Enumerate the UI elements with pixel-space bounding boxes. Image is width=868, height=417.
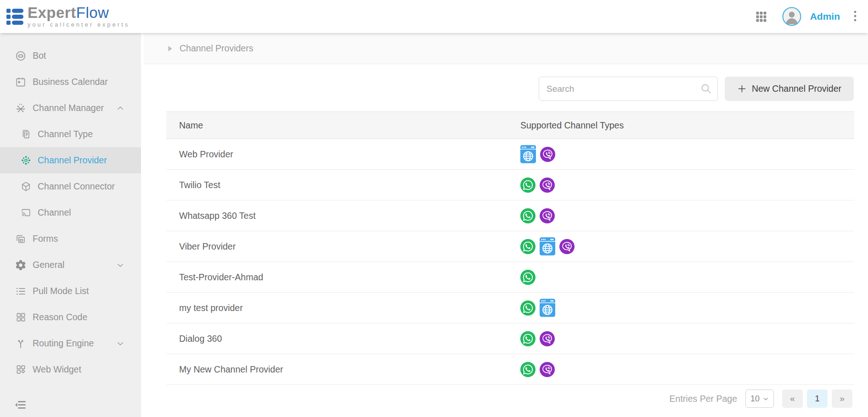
providers-table: Name Supported Channel Types Web Provide… [166,111,854,408]
sidebar-item-business-calendar[interactable]: Business Calendar [0,69,141,95]
user-avatar[interactable] [782,7,801,26]
bot-icon [15,50,27,62]
sidebar-item-label: Pull Mode List [33,286,89,296]
sidebar-item-web-widget[interactable]: Web Widget [0,356,141,383]
next-page-button[interactable]: » [832,389,852,408]
collapse-sidebar-icon[interactable] [14,398,27,411]
table-row[interactable]: Whatsapp 360 Test [166,200,854,231]
provider-name: my test provider [166,303,520,313]
gear-icon [15,259,27,271]
sidebar-item-general[interactable]: General [0,252,141,278]
user-name[interactable]: Admin [810,11,840,22]
table-row[interactable]: my test provider [166,293,854,323]
whatsapp-icon [520,300,535,316]
new-channel-provider-button[interactable]: New Channel Provider [725,77,854,101]
whatsapp-icon [520,208,535,223]
web-channel-icon [520,145,536,163]
web-channel-icon [540,237,555,256]
reason-code-icon [15,311,27,323]
page-size-select[interactable]: 10 [745,389,774,408]
provider-name: Dialog 360 [166,334,520,344]
table-row[interactable]: My New Channel Provider [166,354,854,385]
sidebar-item-reason-code[interactable]: Reason Code [0,304,141,330]
sidebar-item-label: Channel Provider [38,155,107,166]
channel-connector-icon [20,181,32,193]
sidebar-item-channel-provider[interactable]: Channel Provider [0,147,141,173]
table-row[interactable]: Dialog 360 [166,323,854,354]
table-row[interactable]: Twilio Test [166,170,854,200]
chevron-up-icon [116,104,124,112]
channel-manager-icon [15,102,27,114]
page-title: Channel Providers [180,43,253,54]
page-size-value: 10 [750,394,760,404]
column-header-name: Name [166,120,520,131]
sidebar-item-label: General [33,260,64,270]
page-1-button[interactable]: 1 [807,389,828,408]
plus-icon [737,84,747,94]
viber-icon [540,362,555,377]
expertflow-logo: ExpertFlow your callcenter experts [6,5,130,28]
channel-icons [520,208,854,223]
chevron-down-icon [116,261,124,269]
pagination-bar: Entries Per Page 10 « 1 » [166,389,854,408]
whatsapp-icon [520,331,535,346]
sidebar-item-channel[interactable]: Channel [0,200,141,226]
sidebar-item-label: Web Widget [33,364,81,375]
search-input[interactable] [539,77,718,101]
sidebar-item-label: Forms [33,234,58,244]
channel-icons [520,270,854,285]
channel-icons [520,145,854,163]
sidebar-item-label: Channel Type [38,129,93,139]
sidebar-item-channel-connector[interactable]: Channel Connector [0,173,141,200]
expertflow-logo-icon [6,9,23,25]
whatsapp-icon [520,178,535,193]
brand-name: ExpertFlow [28,5,130,20]
kebab-menu-icon[interactable] [853,10,857,23]
forms-icon [15,233,27,245]
sidebar-item-channel-manager[interactable]: Channel Manager [0,95,141,121]
channel-icons [520,299,854,317]
viber-icon [540,147,555,162]
table-row[interactable]: Viber Provider [166,231,854,262]
sidebar-item-forms[interactable]: Forms [0,226,141,252]
sidebar-item-label: Business Calendar [33,77,108,87]
channel-icons [520,178,854,193]
top-header: ExpertFlow your callcenter experts Admin [0,0,868,33]
whatsapp-icon [520,239,535,254]
channel-icons [520,362,854,377]
toolbar: New Channel Provider [166,77,854,101]
main-content: Channel Providers New Channel Provider N… [141,33,868,417]
web-channel-icon [540,299,555,317]
sidebar-item-bot[interactable]: Bot [0,43,141,69]
prev-page-button[interactable]: « [782,389,803,408]
apps-grid-icon[interactable] [755,11,767,22]
provider-name: Web Provider [166,149,520,160]
sidebar-item-channel-type[interactable]: Channel Type [0,121,141,147]
provider-name: Test-Provider-Ahmad [166,272,520,283]
web-widget-icon [15,364,27,376]
sidebar-item-pull-mode-list[interactable]: Pull Mode List [0,278,141,304]
sidebar-item-label: Channel Manager [33,103,104,113]
whatsapp-icon [520,270,535,285]
viber-icon [559,239,575,254]
table-body: Web ProviderTwilio TestWhatsapp 360 Test… [166,139,854,385]
breadcrumb: Channel Providers [144,33,868,64]
sidebar-item-routing-engine[interactable]: Routing Engine [0,330,141,356]
column-header-channel-types: Supported Channel Types [520,120,854,131]
sidebar-item-label: Bot [33,50,46,61]
chevron-down-icon [763,396,769,402]
channel-icons [520,331,854,346]
channel-provider-icon [20,155,32,167]
provider-name: Viber Provider [166,241,520,252]
provider-name: Whatsapp 360 Test [166,211,520,221]
routing-icon [15,338,27,350]
table-row[interactable]: Test-Provider-Ahmad [166,262,854,293]
viber-icon [540,208,555,223]
channel-icons [520,237,854,256]
table-row[interactable]: Web Provider [166,139,854,170]
search-icon [700,83,712,97]
sidebar-item-label: Channel Connector [38,181,115,192]
calendar-icon [15,76,27,88]
list-icon [15,285,27,297]
table-header: Name Supported Channel Types [166,111,854,139]
